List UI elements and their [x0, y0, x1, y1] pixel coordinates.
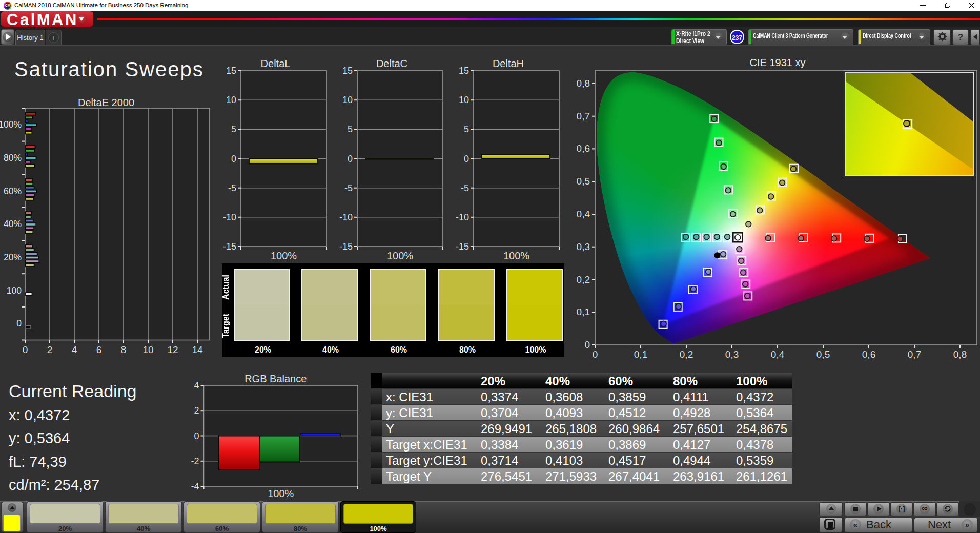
svg-text:RGB Balance: RGB Balance [244, 373, 307, 384]
svg-text:0,5: 0,5 [816, 349, 830, 360]
svg-text:0: 0 [593, 349, 598, 360]
svg-text:0,2: 0,2 [577, 274, 590, 285]
svg-text:0,1: 0,1 [634, 349, 647, 360]
svg-text:0: 0 [194, 431, 199, 441]
svg-text:0,7: 0,7 [577, 111, 590, 121]
svg-text:0,6: 0,6 [862, 349, 875, 360]
svg-text:0,8: 0,8 [953, 349, 967, 360]
svg-text:0,6: 0,6 [577, 143, 590, 154]
svg-text:0,2: 0,2 [680, 349, 693, 360]
svg-text:0,4: 0,4 [577, 209, 590, 219]
svg-text:0,3: 0,3 [577, 241, 590, 252]
svg-text:100%: 100% [268, 488, 294, 499]
svg-text:0,4: 0,4 [771, 349, 785, 360]
svg-text:CIE 1931 xy: CIE 1931 xy [750, 57, 806, 68]
svg-text:0,1: 0,1 [577, 306, 590, 317]
svg-text:0,7: 0,7 [908, 349, 921, 360]
svg-text:0,5: 0,5 [577, 176, 590, 187]
svg-text:0,8: 0,8 [577, 78, 590, 89]
svg-text:2: 2 [194, 405, 199, 416]
svg-text:-2: -2 [191, 456, 199, 466]
svg-text:0: 0 [584, 339, 590, 350]
svg-text:4: 4 [194, 380, 199, 391]
svg-text:0,3: 0,3 [725, 349, 739, 360]
svg-text:-4: -4 [191, 481, 199, 491]
